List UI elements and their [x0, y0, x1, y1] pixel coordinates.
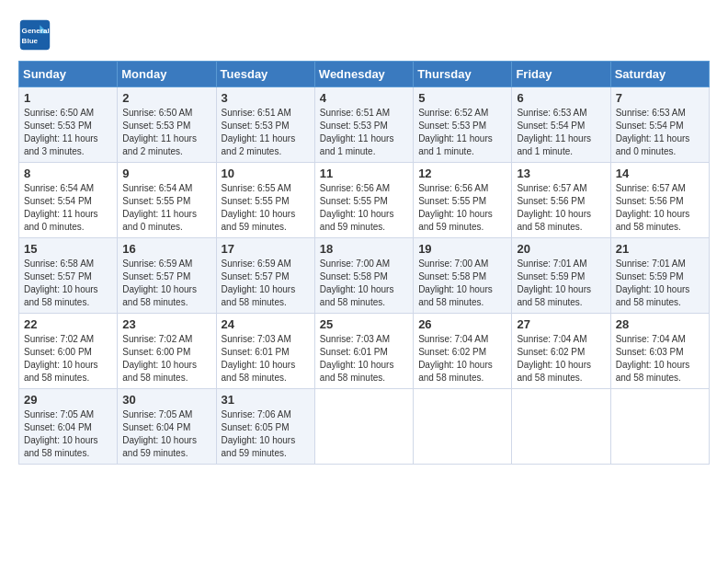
- day-info: Sunrise: 6:54 AMSunset: 5:55 PMDaylight:…: [122, 183, 197, 232]
- calendar-cell: 8 Sunrise: 6:54 AMSunset: 5:54 PMDayligh…: [19, 163, 118, 238]
- day-number: 19: [418, 242, 506, 256]
- day-info: Sunrise: 6:57 AMSunset: 5:56 PMDaylight:…: [517, 183, 591, 232]
- day-info: Sunrise: 6:54 AMSunset: 5:54 PMDaylight:…: [24, 183, 98, 232]
- logo: General Blue: [18, 18, 51, 52]
- day-number: 27: [517, 317, 605, 331]
- calendar-cell: [512, 389, 610, 465]
- day-info: Sunrise: 6:59 AMSunset: 5:57 PMDaylight:…: [222, 259, 296, 307]
- svg-text:Blue: Blue: [22, 37, 39, 45]
- day-info: Sunrise: 6:51 AMSunset: 5:53 PMDaylight:…: [320, 108, 394, 156]
- day-info: Sunrise: 6:59 AMSunset: 5:57 PMDaylight:…: [122, 259, 197, 307]
- header-friday: Friday: [512, 62, 610, 87]
- day-info: Sunrise: 7:02 AMSunset: 6:00 PMDaylight:…: [122, 334, 197, 383]
- calendar-cell: 20 Sunrise: 7:01 AMSunset: 5:59 PMDaylig…: [512, 238, 610, 314]
- day-info: Sunrise: 7:01 AMSunset: 5:59 PMDaylight:…: [517, 259, 591, 307]
- calendar-table: SundayMondayTuesdayWednesdayThursdayFrid…: [18, 61, 710, 465]
- calendar-cell: 9 Sunrise: 6:54 AMSunset: 5:55 PMDayligh…: [118, 163, 216, 238]
- calendar-cell: 6 Sunrise: 6:53 AMSunset: 5:54 PMDayligh…: [512, 87, 610, 163]
- day-info: Sunrise: 6:50 AMSunset: 5:53 PMDaylight:…: [122, 108, 197, 156]
- day-info: Sunrise: 6:55 AMSunset: 5:55 PMDaylight:…: [222, 183, 296, 232]
- header-tuesday: Tuesday: [216, 62, 314, 87]
- calendar-cell: 1 Sunrise: 6:50 AMSunset: 5:53 PMDayligh…: [19, 87, 118, 163]
- day-info: Sunrise: 6:58 AMSunset: 5:57 PMDaylight:…: [24, 259, 98, 307]
- day-number: 30: [122, 393, 210, 407]
- day-info: Sunrise: 7:04 AMSunset: 6:03 PMDaylight:…: [616, 334, 690, 383]
- calendar-cell: 29 Sunrise: 7:05 AMSunset: 6:04 PMDaylig…: [19, 389, 118, 465]
- svg-text:General: General: [22, 27, 50, 35]
- day-number: 3: [222, 91, 310, 105]
- day-info: Sunrise: 6:56 AMSunset: 5:55 PMDaylight:…: [418, 183, 493, 232]
- day-info: Sunrise: 6:56 AMSunset: 5:55 PMDaylight:…: [320, 183, 394, 232]
- general-blue-logo-icon: General Blue: [18, 18, 51, 52]
- day-number: 25: [320, 317, 408, 331]
- calendar-cell: 16 Sunrise: 6:59 AMSunset: 5:57 PMDaylig…: [118, 238, 216, 314]
- page-header: General Blue: [18, 18, 710, 52]
- week-row-4: 22 Sunrise: 7:02 AMSunset: 6:00 PMDaylig…: [19, 314, 710, 389]
- week-row-2: 8 Sunrise: 6:54 AMSunset: 5:54 PMDayligh…: [19, 163, 710, 238]
- header-sunday: Sunday: [19, 62, 118, 87]
- calendar-cell: 21 Sunrise: 7:01 AMSunset: 5:59 PMDaylig…: [610, 238, 709, 314]
- day-info: Sunrise: 7:04 AMSunset: 6:02 PMDaylight:…: [418, 334, 493, 383]
- day-info: Sunrise: 7:06 AMSunset: 6:05 PMDaylight:…: [222, 409, 296, 458]
- calendar-cell: 15 Sunrise: 6:58 AMSunset: 5:57 PMDaylig…: [19, 238, 118, 314]
- day-info: Sunrise: 6:53 AMSunset: 5:54 PMDaylight:…: [517, 108, 591, 156]
- header-wednesday: Wednesday: [314, 62, 413, 87]
- day-info: Sunrise: 7:05 AMSunset: 6:04 PMDaylight:…: [122, 409, 197, 458]
- calendar-cell: 18 Sunrise: 7:00 AMSunset: 5:58 PMDaylig…: [314, 238, 413, 314]
- day-number: 24: [222, 317, 310, 331]
- day-number: 12: [418, 167, 506, 180]
- week-row-5: 29 Sunrise: 7:05 AMSunset: 6:04 PMDaylig…: [19, 389, 710, 465]
- day-number: 1: [24, 91, 112, 105]
- calendar-cell: 14 Sunrise: 6:57 AMSunset: 5:56 PMDaylig…: [610, 163, 709, 238]
- day-info: Sunrise: 7:04 AMSunset: 6:02 PMDaylight:…: [517, 334, 591, 383]
- day-number: 2: [122, 91, 210, 105]
- header-thursday: Thursday: [414, 62, 512, 87]
- day-number: 7: [616, 91, 704, 105]
- calendar-cell: 4 Sunrise: 6:51 AMSunset: 5:53 PMDayligh…: [314, 87, 413, 163]
- day-info: Sunrise: 6:50 AMSunset: 5:53 PMDaylight:…: [24, 108, 98, 156]
- calendar-cell: 30 Sunrise: 7:05 AMSunset: 6:04 PMDaylig…: [118, 389, 216, 465]
- calendar-cell: 10 Sunrise: 6:55 AMSunset: 5:55 PMDaylig…: [216, 163, 314, 238]
- day-number: 8: [24, 167, 112, 180]
- header-monday: Monday: [118, 62, 216, 87]
- calendar-cell: [414, 389, 512, 465]
- day-info: Sunrise: 6:52 AMSunset: 5:53 PMDaylight:…: [418, 108, 493, 156]
- day-number: 31: [222, 393, 310, 407]
- calendar-body: 1 Sunrise: 6:50 AMSunset: 5:53 PMDayligh…: [19, 87, 710, 465]
- calendar-cell: [610, 389, 709, 465]
- day-number: 22: [24, 317, 112, 331]
- calendar-cell: 13 Sunrise: 6:57 AMSunset: 5:56 PMDaylig…: [512, 163, 610, 238]
- header-saturday: Saturday: [610, 62, 709, 87]
- calendar-cell: 31 Sunrise: 7:06 AMSunset: 6:05 PMDaylig…: [216, 389, 314, 465]
- calendar-cell: 25 Sunrise: 7:03 AMSunset: 6:01 PMDaylig…: [314, 314, 413, 389]
- calendar-cell: 2 Sunrise: 6:50 AMSunset: 5:53 PMDayligh…: [118, 87, 216, 163]
- day-number: 20: [517, 242, 605, 256]
- calendar-cell: 17 Sunrise: 6:59 AMSunset: 5:57 PMDaylig…: [216, 238, 314, 314]
- day-number: 13: [517, 167, 605, 180]
- week-row-1: 1 Sunrise: 6:50 AMSunset: 5:53 PMDayligh…: [19, 87, 710, 163]
- day-number: 9: [122, 167, 210, 180]
- calendar-header: SundayMondayTuesdayWednesdayThursdayFrid…: [19, 62, 710, 87]
- day-number: 26: [418, 317, 506, 331]
- day-info: Sunrise: 7:05 AMSunset: 6:04 PMDaylight:…: [24, 409, 98, 458]
- day-number: 28: [616, 317, 704, 331]
- day-number: 4: [320, 91, 408, 105]
- day-info: Sunrise: 6:53 AMSunset: 5:54 PMDaylight:…: [616, 108, 690, 156]
- day-number: 21: [616, 242, 704, 256]
- day-number: 5: [418, 91, 506, 105]
- day-info: Sunrise: 7:00 AMSunset: 5:58 PMDaylight:…: [418, 259, 493, 307]
- day-number: 15: [24, 242, 112, 256]
- day-number: 16: [122, 242, 210, 256]
- day-info: Sunrise: 7:01 AMSunset: 5:59 PMDaylight:…: [616, 259, 690, 307]
- day-number: 6: [517, 91, 605, 105]
- calendar-cell: 22 Sunrise: 7:02 AMSunset: 6:00 PMDaylig…: [19, 314, 118, 389]
- day-info: Sunrise: 7:03 AMSunset: 6:01 PMDaylight:…: [222, 334, 296, 383]
- week-row-3: 15 Sunrise: 6:58 AMSunset: 5:57 PMDaylig…: [19, 238, 710, 314]
- calendar-cell: 19 Sunrise: 7:00 AMSunset: 5:58 PMDaylig…: [414, 238, 512, 314]
- day-info: Sunrise: 6:57 AMSunset: 5:56 PMDaylight:…: [616, 183, 690, 232]
- day-number: 29: [24, 393, 112, 407]
- day-number: 11: [320, 167, 408, 180]
- day-number: 17: [222, 242, 310, 256]
- calendar-cell: 12 Sunrise: 6:56 AMSunset: 5:55 PMDaylig…: [414, 163, 512, 238]
- calendar-cell: 3 Sunrise: 6:51 AMSunset: 5:53 PMDayligh…: [216, 87, 314, 163]
